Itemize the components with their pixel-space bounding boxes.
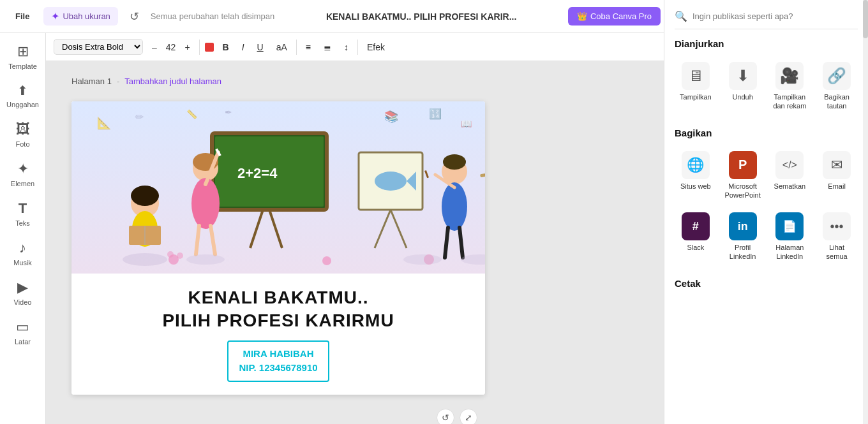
sidebar-item-teks[interactable]: T Teks <box>3 195 43 232</box>
dianjurkan-grid: 🖥 Tampilkan ⬇ Unduh 🎥 Tampilkan dan reka… <box>675 61 858 115</box>
email-label: Email <box>828 182 846 191</box>
halaman-linkedin-label: Halaman LinkedIn <box>772 243 809 261</box>
ubah-ukuran-button[interactable]: ✦ Ubah ukuran <box>43 7 117 26</box>
slide-title-line2: PILIH PROFESI KARIRMU <box>84 309 472 332</box>
tampilkan-icon: 🖥 <box>682 62 710 90</box>
upload-icon: ⬆ <box>17 83 28 98</box>
svg-point-55 <box>186 254 225 265</box>
bagikan-email[interactable]: ✉ Email <box>816 147 858 204</box>
bagikan-halaman-linkedin[interactable]: 📄 Halaman LinkedIn <box>769 208 811 265</box>
svg-point-16 <box>375 172 407 191</box>
toolbar-divider-3 <box>357 40 358 55</box>
sidebar-item-elemen-label: Elemen <box>11 180 34 187</box>
page1-add-title-link[interactable]: Tambahkan judul halaman <box>124 77 221 86</box>
italic-button[interactable]: I <box>238 40 248 55</box>
slide-subtitle-line1: MIRA HABIBAH <box>239 347 317 362</box>
svg-point-34 <box>442 182 467 231</box>
tampilkan-item-label: Tampilkan <box>680 92 712 101</box>
slide-1: 📐 ✏ 📏 📚 🔢 📖 ✒ <box>71 101 485 395</box>
dianjurkan-unduh[interactable]: ⬇ Unduh <box>722 61 764 115</box>
foto-icon: 🖼 <box>16 121 30 138</box>
crown-icon: 👑 <box>577 11 587 21</box>
sidebar-item-unggahan-label: Unggahan <box>6 101 39 108</box>
tampilkan-rekam-icon: 🎥 <box>775 62 804 90</box>
svg-point-49 <box>167 251 174 258</box>
dianjurkan-bagikan-tautan[interactable]: 🔗 Bagikan tautan <box>816 61 858 115</box>
powerpoint-icon: P <box>729 151 757 179</box>
inner-body: Halaman 1 - Tambahkan judul halaman ⧉ ∧ … <box>46 61 868 424</box>
page-header-dash: - <box>117 77 119 86</box>
video-icon: ▶ <box>17 279 28 296</box>
file-menu-button[interactable]: File <box>8 8 37 24</box>
dianjurkan-tampilkan-rekam[interactable]: 🎥 Tampilkan dan rekam <box>769 61 811 115</box>
font-increase-button[interactable]: + <box>181 40 193 55</box>
svg-text:📚: 📚 <box>384 110 399 124</box>
toolbar-divider-2 <box>296 40 297 55</box>
sidebar-item-unggahan[interactable]: ⬆ Unggahan <box>3 78 43 113</box>
sidebar-item-musik[interactable]: ♪ Musik <box>3 235 43 272</box>
page1-label: Halaman 1 <box>71 77 112 86</box>
halaman-linkedin-icon: 📄 <box>775 212 804 240</box>
bagikan-situs-web[interactable]: 🌐 Situs web <box>675 147 717 204</box>
font-size-display: 42 <box>166 42 176 52</box>
sidebar-item-video[interactable]: ▶ Video <box>3 274 43 311</box>
svg-text:🔢: 🔢 <box>429 108 442 120</box>
slack-label: Slack <box>687 243 704 252</box>
svg-point-21 <box>131 186 159 206</box>
main-area: ⊞ Template ⬆ Unggahan 🖼 Foto ✦ Elemen T … <box>0 33 868 424</box>
svg-point-56 <box>403 254 442 265</box>
sidebar-item-video-label: Video <box>14 298 32 306</box>
bagikan-tautan-item-label: Bagikan tautan <box>818 92 855 111</box>
bagikan-slack[interactable]: # Slack <box>675 208 717 265</box>
lihat-semua-item[interactable]: ••• Lihat semua <box>816 208 858 265</box>
undo-button[interactable]: ↺ <box>124 7 144 26</box>
bagikan-section-title: Bagikan <box>675 128 858 138</box>
lihat-semua-icon: ••• <box>823 212 851 240</box>
align-button[interactable]: ≡ <box>302 40 315 55</box>
aa-button[interactable]: aA <box>273 40 291 55</box>
bold-button[interactable]: B <box>219 40 233 55</box>
sematkan-label: Sematkan <box>774 182 806 191</box>
spacing-button[interactable]: ↕ <box>340 40 352 55</box>
rotate-button[interactable]: ↺ <box>437 409 454 424</box>
dropdown-scrollbar[interactable] <box>863 61 868 424</box>
save-status: Semua perubahan telah disimpan <box>151 11 274 21</box>
list-button[interactable]: ≣ <box>320 40 335 55</box>
sidebar-item-latar-label: Latar <box>15 338 31 346</box>
font-family-select[interactable]: Dosis Extra Bold <box>54 39 143 55</box>
bagikan-grid: 🌐 Situs web P Microsoft PowerPoint </> S… <box>675 147 858 265</box>
bagikan-profil-linkedin[interactable]: in Profil LinkedIn <box>722 208 764 265</box>
coba-canva-pro-button[interactable]: 👑 Coba Canva Pro <box>568 7 661 26</box>
sidebar-item-foto[interactable]: 🖼 Foto <box>3 116 43 153</box>
dianjurkan-tampilkan[interactable]: 🖥 Tampilkan <box>675 61 717 115</box>
elemen-icon: ✦ <box>17 161 29 177</box>
bagikan-powerpoint[interactable]: P Microsoft PowerPoint <box>722 147 764 204</box>
dropdown-panel: 🔍 Dianjurkan 🖥 Tampilkan ⬇ Unduh 🎥 <box>664 61 868 424</box>
powerpoint-label: Microsoft PowerPoint <box>724 182 761 200</box>
toolbar-divider-1 <box>199 40 200 55</box>
efek-button[interactable]: Efek <box>363 40 389 55</box>
sidebar-item-template[interactable]: ⊞ Template <box>3 38 43 75</box>
situs-web-label: Situs web <box>680 182 711 191</box>
underline-button[interactable]: U <box>253 40 267 55</box>
expand-button[interactable]: ⤢ <box>460 409 477 424</box>
svg-text:✒: ✒ <box>225 107 232 117</box>
resize-icon: ✦ <box>51 10 59 22</box>
font-decrease-button[interactable]: – <box>148 40 161 55</box>
svg-text:📏: 📏 <box>186 109 198 120</box>
sidebar-item-elemen[interactable]: ✦ Elemen <box>3 156 43 193</box>
bagikan-sematkan[interactable]: </> Sematkan <box>769 147 811 204</box>
slide-subtitle-box[interactable]: MIRA HABIBAH NIP. 12345678910 <box>227 340 329 382</box>
slack-icon: # <box>682 212 710 240</box>
sidebar-item-foto-label: Foto <box>15 140 29 148</box>
cetak-title: Cetak <box>675 278 858 289</box>
musik-icon: ♪ <box>19 240 26 256</box>
slide-subtitle-line2: NIP. 12345678910 <box>239 361 317 376</box>
slide-subtitle: MIRA HABIBAH NIP. 12345678910 <box>239 347 317 376</box>
sidebar-item-latar[interactable]: ▭ Latar <box>3 314 43 351</box>
inner-layout: Dosis Extra Bold – 42 + B I U aA ≡ ≣ ↕ E… <box>46 33 868 424</box>
sidebar-item-teks-label: Teks <box>15 219 30 227</box>
svg-point-54 <box>123 253 167 266</box>
font-color-button[interactable] <box>205 43 214 52</box>
sidebar: ⊞ Template ⬆ Unggahan 🖼 Foto ✦ Elemen T … <box>0 33 46 424</box>
